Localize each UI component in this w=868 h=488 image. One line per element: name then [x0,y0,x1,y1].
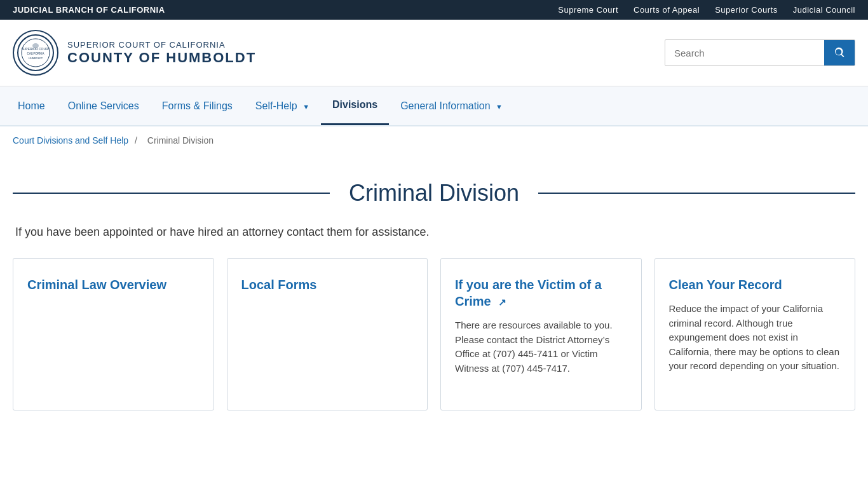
breadcrumb-parent-link[interactable]: Court Divisions and Self Help [13,135,128,146]
external-link-icon: ↗︎ [498,296,506,309]
superior-courts-link[interactable]: Superior Courts [715,5,778,15]
page-title: Criminal Division [330,180,538,207]
judicial-council-link[interactable]: Judicial Council [793,5,855,15]
card-title-clean-your-record[interactable]: Clean Your Record [669,276,841,293]
nav-item-home[interactable]: Home [6,88,57,125]
page-title-wrapper: Criminal Division [13,180,855,207]
card-clean-your-record: Clean Your Record Reduce the impact of y… [654,258,856,410]
nav-item-self-help[interactable]: Self-Help ▼ [244,88,321,125]
main-content: Criminal Division If you have been appoi… [0,154,868,436]
breadcrumb: Court Divisions and Self Help / Criminal… [0,126,868,154]
card-title-criminal-law-overview[interactable]: Criminal Law Overview [27,276,200,293]
card-link-local-forms[interactable]: Local Forms [241,278,317,292]
main-nav: Home Online Services Forms & Filings Sel… [0,86,868,126]
breadcrumb-separator: / [135,135,137,146]
cards-grid: Criminal Law Overview Local Forms If you… [13,258,855,410]
self-help-dropdown-arrow: ▼ [302,103,309,111]
svg-text:CALIFORNIA: CALIFORNIA [27,52,44,55]
search-button[interactable] [824,40,855,65]
breadcrumb-current: Criminal Division [147,135,214,146]
header: SUPERIOR COURT CALIFORNIA HUMBOLDT SUPER… [0,20,868,86]
nav-item-general-info[interactable]: General Information ▼ [389,88,514,125]
card-victim-of-crime: If you are the Victim of a Crime ↗︎ Ther… [440,258,642,410]
court-name-bottom: COUNTY OF HUMBOLDT [67,50,256,66]
top-bar-links: Supreme Court Courts of Appeal Superior … [558,5,855,15]
nav-item-forms-filings[interactable]: Forms & Filings [151,88,244,125]
title-line-left [13,193,330,194]
nav-item-online-services[interactable]: Online Services [57,88,151,125]
branch-name: JUDICIAL BRANCH OF CALIFORNIA [13,5,165,15]
search-input[interactable] [665,41,824,65]
supreme-court-link[interactable]: Supreme Court [558,5,618,15]
general-info-dropdown-arrow: ▼ [496,103,503,111]
nav-link-home[interactable]: Home [6,88,57,125]
card-local-forms: Local Forms [227,258,428,410]
logo-seal: SUPERIOR COURT CALIFORNIA HUMBOLDT [13,30,58,76]
card-body-victim-of-crime: There are resources available to you. Pl… [455,318,627,376]
title-line-right [538,193,855,194]
search-box [665,39,855,66]
nav-link-divisions[interactable]: Divisions [321,86,389,125]
card-title-local-forms[interactable]: Local Forms [241,276,414,293]
card-link-victim-of-crime[interactable]: If you are the Victim of a Crime ↗︎ [455,278,602,308]
nav-item-divisions[interactable]: Divisions [321,86,389,125]
card-body-clean-your-record: Reduce the impact of your California cri… [669,302,841,374]
court-name-top: SUPERIOR COURT OF CALIFORNIA [67,40,256,50]
card-criminal-law-overview: Criminal Law Overview [13,258,214,410]
courts-of-appeal-link[interactable]: Courts of Appeal [634,5,700,15]
card-title-victim-of-crime[interactable]: If you are the Victim of a Crime ↗︎ [455,276,627,309]
svg-text:HUMBOLDT: HUMBOLDT [29,57,43,60]
nav-link-forms-filings[interactable]: Forms & Filings [151,88,244,125]
svg-point-5 [32,43,39,48]
intro-text: If you have been appointed or have hired… [13,226,855,239]
top-bar: JUDICIAL BRANCH OF CALIFORNIA Supreme Co… [0,0,868,20]
card-link-criminal-law-overview[interactable]: Criminal Law Overview [27,278,166,292]
site-logo: SUPERIOR COURT CALIFORNIA HUMBOLDT SUPER… [13,30,256,76]
card-link-clean-your-record[interactable]: Clean Your Record [669,278,782,292]
nav-link-general-info[interactable]: General Information ▼ [389,88,514,125]
nav-link-self-help[interactable]: Self-Help ▼ [244,88,321,125]
search-icon [833,46,846,59]
logo-text: SUPERIOR COURT OF CALIFORNIA COUNTY OF H… [67,40,256,66]
nav-link-online-services[interactable]: Online Services [57,88,151,125]
